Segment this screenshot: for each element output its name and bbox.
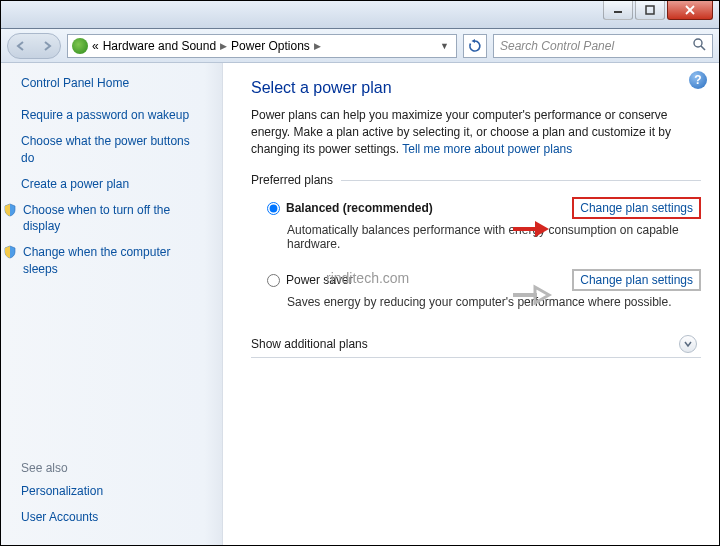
window-buttons	[603, 1, 713, 20]
sidebar: Control Panel Home Require a password on…	[1, 63, 223, 545]
see-also-label: See also	[21, 461, 206, 475]
plan-description: Automatically balances performance with …	[287, 223, 701, 251]
plan-radio-balanced[interactable]	[267, 202, 280, 215]
plan-title: Balanced (recommended)	[286, 201, 433, 215]
chevron-right-icon: ▶	[314, 41, 321, 51]
close-button[interactable]	[667, 1, 713, 20]
control-panel-home-link[interactable]: Control Panel Home	[21, 75, 206, 91]
learn-more-link[interactable]: Tell me more about power plans	[402, 142, 572, 156]
sidebar-link-computer-sleeps[interactable]: Change when the computer sleeps	[23, 244, 206, 276]
refresh-button[interactable]	[463, 34, 487, 58]
change-plan-settings-power-saver[interactable]: Change plan settings	[572, 269, 701, 291]
chevron-right-icon: ▶	[220, 41, 227, 51]
chevron-down-icon	[679, 335, 697, 353]
intro-text: Power plans can help you maximize your c…	[251, 107, 701, 157]
shield-icon	[3, 245, 17, 259]
minimize-button[interactable]	[603, 1, 633, 20]
titlebar	[1, 1, 719, 29]
page-title: Select a power plan	[251, 79, 701, 97]
breadcrumb-lead: «	[92, 39, 99, 53]
plan-radio-power-saver[interactable]	[267, 274, 280, 287]
divider	[251, 357, 701, 358]
sidebar-link-create-plan[interactable]: Create a power plan	[21, 176, 206, 192]
see-also-personalization[interactable]: Personalization	[21, 483, 206, 499]
svg-rect-1	[646, 6, 654, 14]
help-icon[interactable]: ?	[689, 71, 707, 89]
search-placeholder: Search Control Panel	[500, 39, 614, 53]
forward-icon	[41, 40, 53, 52]
control-panel-icon	[72, 38, 88, 54]
show-additional-plans[interactable]: Show additional plans	[251, 335, 701, 353]
annotation-arrow-red	[511, 219, 551, 239]
shield-icon	[3, 203, 17, 217]
see-also-user-accounts[interactable]: User Accounts	[21, 509, 206, 525]
plan-balanced: Balanced (recommended) Change plan setti…	[267, 197, 701, 251]
breadcrumb-item[interactable]: Power Options	[231, 39, 310, 53]
back-icon	[15, 40, 27, 52]
navigation-row: « Hardware and Sound ▶ Power Options ▶ ▼…	[1, 29, 719, 63]
svg-line-5	[701, 46, 705, 50]
sidebar-link-password-wakeup[interactable]: Require a password on wakeup	[21, 107, 206, 123]
content-body: Control Panel Home Require a password on…	[1, 63, 719, 545]
nav-back-forward[interactable]	[7, 33, 61, 59]
sidebar-link-power-buttons[interactable]: Choose what the power buttons do	[21, 133, 206, 165]
change-plan-settings-balanced[interactable]: Change plan settings	[572, 197, 701, 219]
plan-description: Saves energy by reducing your computer's…	[287, 295, 701, 309]
watermark: rinditech.com	[326, 270, 409, 286]
main-panel: ? Select a power plan Power plans can he…	[223, 63, 719, 545]
preferred-plans-label: Preferred plans	[251, 173, 701, 187]
search-input[interactable]: Search Control Panel	[493, 34, 713, 58]
maximize-button[interactable]	[635, 1, 665, 20]
breadcrumb-item[interactable]: Hardware and Sound	[103, 39, 216, 53]
search-icon	[693, 38, 706, 54]
svg-point-4	[694, 39, 702, 47]
annotation-arrow-gray	[511, 285, 551, 305]
address-bar[interactable]: « Hardware and Sound ▶ Power Options ▶ ▼	[67, 34, 457, 58]
refresh-icon	[468, 39, 482, 53]
address-dropdown-icon[interactable]: ▼	[437, 41, 452, 51]
sidebar-link-turn-off-display[interactable]: Choose when to turn off the display	[23, 202, 206, 234]
